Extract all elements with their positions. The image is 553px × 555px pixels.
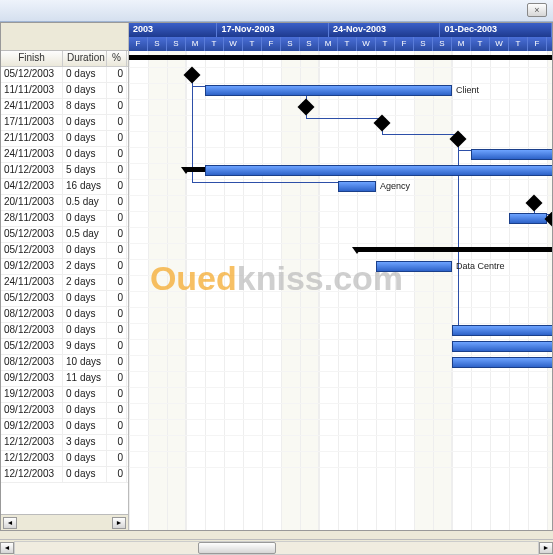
- cell-finish[interactable]: 12/12/2003: [1, 467, 63, 482]
- table-row[interactable]: 05/12/20030 days0: [1, 243, 128, 259]
- cell-finish[interactable]: 09/12/2003: [1, 371, 63, 386]
- table-row[interactable]: 11/11/20030 days0: [1, 83, 128, 99]
- task-bar[interactable]: [205, 85, 452, 96]
- cell-finish[interactable]: 09/12/2003: [1, 259, 63, 274]
- table-row[interactable]: 09/12/200311 days0: [1, 371, 128, 387]
- cell-pct[interactable]: 0: [107, 259, 127, 274]
- table-row[interactable]: 20/11/20030.5 day0: [1, 195, 128, 211]
- cell-finish[interactable]: 24/11/2003: [1, 275, 63, 290]
- cell-duration[interactable]: 16 days: [63, 179, 107, 194]
- cell-finish[interactable]: 17/11/2003: [1, 115, 63, 130]
- scroll-right-icon[interactable]: ►: [112, 517, 126, 529]
- cell-pct[interactable]: 0: [107, 323, 127, 338]
- cell-duration[interactable]: 9 days: [63, 339, 107, 354]
- gantt-chart-area[interactable]: ClientClientAgAgencyAgencyData Centre: [129, 51, 552, 530]
- task-bar[interactable]: [452, 357, 552, 368]
- cell-finish[interactable]: 05/12/2003: [1, 243, 63, 258]
- scrollbar-track[interactable]: [14, 541, 539, 555]
- table-row[interactable]: 24/11/20030 days0: [1, 147, 128, 163]
- cell-pct[interactable]: 0: [107, 371, 127, 386]
- cell-finish[interactable]: 05/12/2003: [1, 67, 63, 82]
- cell-duration[interactable]: 0.5 day: [63, 227, 107, 242]
- cell-duration[interactable]: 0 days: [63, 147, 107, 162]
- cell-duration[interactable]: 3 days: [63, 435, 107, 450]
- cell-pct[interactable]: 0: [107, 147, 127, 162]
- cell-finish[interactable]: 24/11/2003: [1, 147, 63, 162]
- cell-duration[interactable]: 0 days: [63, 307, 107, 322]
- table-row[interactable]: 24/11/20038 days0: [1, 99, 128, 115]
- cell-duration[interactable]: 0 days: [63, 83, 107, 98]
- cell-finish[interactable]: 08/12/2003: [1, 355, 63, 370]
- cell-pct[interactable]: 0: [107, 67, 127, 82]
- cell-finish[interactable]: 09/12/2003: [1, 419, 63, 434]
- cell-finish[interactable]: 05/12/2003: [1, 227, 63, 242]
- cell-duration[interactable]: 0 days: [63, 243, 107, 258]
- col-header-pct[interactable]: %: [107, 51, 127, 66]
- cell-pct[interactable]: 0: [107, 451, 127, 466]
- task-bar[interactable]: [452, 341, 552, 352]
- table-row[interactable]: 04/12/200316 days0: [1, 179, 128, 195]
- table-row[interactable]: 05/12/20039 days0: [1, 339, 128, 355]
- cell-pct[interactable]: 0: [107, 435, 127, 450]
- cell-pct[interactable]: 0: [107, 195, 127, 210]
- task-bar[interactable]: [338, 181, 376, 192]
- cell-pct[interactable]: 0: [107, 83, 127, 98]
- cell-finish[interactable]: 08/12/2003: [1, 323, 63, 338]
- scroll-left-icon[interactable]: ◄: [0, 542, 14, 554]
- cell-pct[interactable]: 0: [107, 211, 127, 226]
- table-row[interactable]: 05/12/20030.5 day0: [1, 227, 128, 243]
- cell-pct[interactable]: 0: [107, 179, 127, 194]
- cell-duration[interactable]: 0 days: [63, 387, 107, 402]
- table-row[interactable]: 05/12/20030 days0: [1, 291, 128, 307]
- table-row[interactable]: 08/12/20030 days0: [1, 323, 128, 339]
- col-header-finish[interactable]: Finish: [1, 51, 63, 66]
- table-row[interactable]: 21/11/20030 days0: [1, 131, 128, 147]
- summary-bar[interactable]: [357, 247, 552, 252]
- table-row[interactable]: 19/12/20030 days0: [1, 387, 128, 403]
- cell-finish[interactable]: 12/12/2003: [1, 451, 63, 466]
- cell-duration[interactable]: 2 days: [63, 259, 107, 274]
- task-bar[interactable]: [452, 325, 552, 336]
- cell-finish[interactable]: 28/11/2003: [1, 211, 63, 226]
- task-bar[interactable]: [471, 149, 552, 160]
- table-row[interactable]: 12/12/20030 days0: [1, 451, 128, 467]
- cell-pct[interactable]: 0: [107, 131, 127, 146]
- table-row[interactable]: 01/12/20035 days0: [1, 163, 128, 179]
- cell-pct[interactable]: 0: [107, 115, 127, 130]
- cell-duration[interactable]: 0 days: [63, 67, 107, 82]
- cell-finish[interactable]: 19/12/2003: [1, 387, 63, 402]
- cell-duration[interactable]: 0 days: [63, 419, 107, 434]
- table-row[interactable]: 09/12/20032 days0: [1, 259, 128, 275]
- table-row[interactable]: 12/12/20030 days0: [1, 467, 128, 483]
- cell-finish[interactable]: 24/11/2003: [1, 99, 63, 114]
- cell-duration[interactable]: 0 days: [63, 291, 107, 306]
- grid-body[interactable]: 05/12/20030 days011/11/20030 days024/11/…: [1, 67, 128, 514]
- cell-finish[interactable]: 12/12/2003: [1, 435, 63, 450]
- cell-duration[interactable]: 0 days: [63, 323, 107, 338]
- cell-finish[interactable]: 05/12/2003: [1, 291, 63, 306]
- cell-pct[interactable]: 0: [107, 243, 127, 258]
- cell-finish[interactable]: 20/11/2003: [1, 195, 63, 210]
- cell-pct[interactable]: 0: [107, 387, 127, 402]
- cell-pct[interactable]: 0: [107, 307, 127, 322]
- cell-duration[interactable]: 0 days: [63, 467, 107, 482]
- cell-pct[interactable]: 0: [107, 403, 127, 418]
- table-row[interactable]: 24/11/20032 days0: [1, 275, 128, 291]
- task-bar[interactable]: [205, 165, 552, 176]
- summary-bar[interactable]: [129, 55, 552, 60]
- cell-duration[interactable]: 10 days: [63, 355, 107, 370]
- cell-duration[interactable]: 0 days: [63, 131, 107, 146]
- cell-pct[interactable]: 0: [107, 163, 127, 178]
- horizontal-scrollbar-bottom[interactable]: ◄ ►: [0, 539, 553, 555]
- table-row[interactable]: 28/11/20030 days0: [1, 211, 128, 227]
- cell-finish[interactable]: 21/11/2003: [1, 131, 63, 146]
- task-bar[interactable]: [509, 213, 547, 224]
- cell-duration[interactable]: 8 days: [63, 99, 107, 114]
- cell-pct[interactable]: 0: [107, 467, 127, 482]
- cell-duration[interactable]: 5 days: [63, 163, 107, 178]
- table-row[interactable]: 12/12/20033 days0: [1, 435, 128, 451]
- cell-finish[interactable]: 01/12/2003: [1, 163, 63, 178]
- cell-finish[interactable]: 04/12/2003: [1, 179, 63, 194]
- scroll-right-icon[interactable]: ►: [539, 542, 553, 554]
- cell-duration[interactable]: 11 days: [63, 371, 107, 386]
